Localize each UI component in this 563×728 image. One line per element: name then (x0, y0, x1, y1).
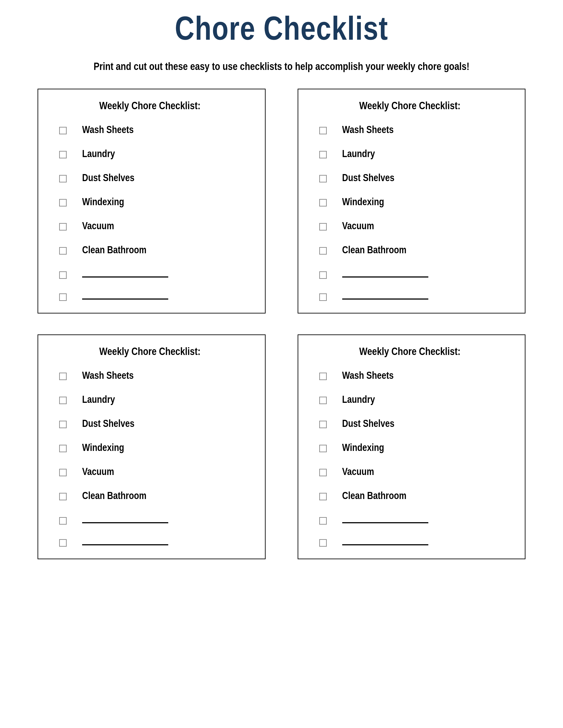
chore-row: Vacuum (309, 465, 511, 477)
checkbox-icon[interactable] (59, 175, 67, 182)
chore-row: Vacuum (309, 220, 511, 231)
chore-label: Clean Bathroom (82, 490, 146, 501)
checkbox-icon[interactable] (59, 247, 67, 255)
chore-label: Windexing (82, 441, 124, 453)
chore-label: Wash Sheets (82, 369, 133, 381)
checkbox-icon[interactable] (319, 271, 327, 279)
chore-label: Laundry (82, 393, 115, 405)
chore-row: Windexing (49, 441, 250, 453)
chore-row: Clean Bathroom (309, 490, 511, 501)
checkbox-icon[interactable] (319, 445, 327, 452)
checkbox-icon[interactable] (319, 517, 327, 525)
page-subtitle: Print and cut out these easy to use chec… (38, 60, 525, 72)
chore-row (49, 536, 250, 545)
chore-row: Laundry (309, 393, 511, 405)
checkbox-icon[interactable] (59, 127, 67, 134)
chore-label: Laundry (342, 148, 375, 159)
checkbox-icon[interactable] (59, 493, 67, 500)
chore-row: Laundry (309, 148, 511, 159)
chore-row: Wash Sheets (309, 369, 511, 381)
chore-label: Vacuum (82, 465, 114, 477)
chore-label: Wash Sheets (342, 124, 394, 135)
chore-label: Vacuum (82, 220, 114, 231)
blank-line[interactable] (82, 514, 168, 523)
checklist-card: Weekly Chore Checklist:Wash SheetsLaundr… (298, 89, 526, 313)
checkbox-icon[interactable] (59, 199, 67, 206)
checklist-grid: Weekly Chore Checklist:Wash SheetsLaundr… (38, 89, 525, 559)
card-title: Weekly Chore Checklist: (49, 345, 250, 357)
chore-label: Laundry (82, 148, 115, 159)
chore-row: Vacuum (49, 465, 250, 477)
checklist-card: Weekly Chore Checklist:Wash SheetsLaundr… (298, 334, 526, 559)
chore-label: Windexing (82, 196, 124, 207)
chore-row: Clean Bathroom (309, 244, 511, 255)
card-title: Weekly Chore Checklist: (309, 345, 511, 357)
chore-row: Windexing (309, 441, 511, 453)
checkbox-icon[interactable] (59, 373, 67, 380)
checkbox-icon[interactable] (319, 223, 327, 231)
blank-line[interactable] (342, 514, 428, 523)
chore-label: Wash Sheets (82, 124, 133, 135)
chore-label: Vacuum (342, 465, 374, 477)
blank-line[interactable] (82, 536, 168, 545)
checkbox-icon[interactable] (59, 151, 67, 158)
chore-label: Clean Bathroom (82, 244, 146, 255)
checklist-card: Weekly Chore Checklist:Wash SheetsLaundr… (38, 89, 265, 313)
blank-line[interactable] (342, 536, 428, 545)
chore-label: Clean Bathroom (342, 490, 407, 501)
chore-label: Clean Bathroom (342, 244, 407, 255)
chore-row: Wash Sheets (49, 369, 250, 381)
blank-line[interactable] (82, 290, 168, 300)
chore-row: Wash Sheets (49, 124, 250, 135)
chore-label: Dust Shelves (82, 417, 134, 429)
chore-row: Clean Bathroom (49, 490, 250, 501)
chore-label: Windexing (342, 196, 384, 207)
checkbox-icon[interactable] (59, 445, 67, 452)
chore-row: Laundry (49, 393, 250, 405)
chore-row (49, 514, 250, 523)
page-title: Chore Checklist (38, 9, 525, 47)
blank-line[interactable] (342, 290, 428, 300)
card-title: Weekly Chore Checklist: (309, 99, 511, 111)
checkbox-icon[interactable] (319, 247, 327, 255)
chore-row (309, 268, 511, 278)
checkbox-icon[interactable] (319, 151, 327, 158)
chore-row: Laundry (49, 148, 250, 159)
checkbox-icon[interactable] (319, 199, 327, 206)
chore-label: Laundry (342, 393, 375, 405)
chore-row: Clean Bathroom (49, 244, 250, 255)
checkbox-icon[interactable] (319, 397, 327, 404)
checkbox-icon[interactable] (319, 493, 327, 500)
checkbox-icon[interactable] (59, 421, 67, 428)
checkbox-icon[interactable] (59, 223, 67, 231)
checkbox-icon[interactable] (59, 271, 67, 279)
checkbox-icon[interactable] (319, 175, 327, 182)
card-title: Weekly Chore Checklist: (49, 99, 250, 111)
checkbox-icon[interactable] (319, 469, 327, 476)
chore-label: Vacuum (342, 220, 374, 231)
chore-row: Windexing (49, 196, 250, 207)
chore-label: Wash Sheets (342, 369, 394, 381)
chore-row: Wash Sheets (309, 124, 511, 135)
chore-row: Vacuum (49, 220, 250, 231)
checkbox-icon[interactable] (319, 127, 327, 134)
chore-row (309, 290, 511, 300)
checkbox-icon[interactable] (319, 421, 327, 428)
chore-row (49, 290, 250, 300)
checkbox-icon[interactable] (319, 539, 327, 547)
chore-row: Dust Shelves (309, 172, 511, 183)
checkbox-icon[interactable] (319, 373, 327, 380)
chore-label: Windexing (342, 441, 384, 453)
checkbox-icon[interactable] (59, 469, 67, 476)
checkbox-icon[interactable] (59, 293, 67, 301)
checkbox-icon[interactable] (59, 539, 67, 547)
checklist-card: Weekly Chore Checklist:Wash SheetsLaundr… (38, 334, 265, 559)
blank-line[interactable] (82, 268, 168, 278)
chore-row: Dust Shelves (49, 172, 250, 183)
page: Chore Checklist Print and cut out these … (0, 0, 563, 559)
checkbox-icon[interactable] (59, 517, 67, 525)
checkbox-icon[interactable] (319, 293, 327, 301)
checkbox-icon[interactable] (59, 397, 67, 404)
blank-line[interactable] (342, 268, 428, 278)
chore-row (309, 536, 511, 545)
